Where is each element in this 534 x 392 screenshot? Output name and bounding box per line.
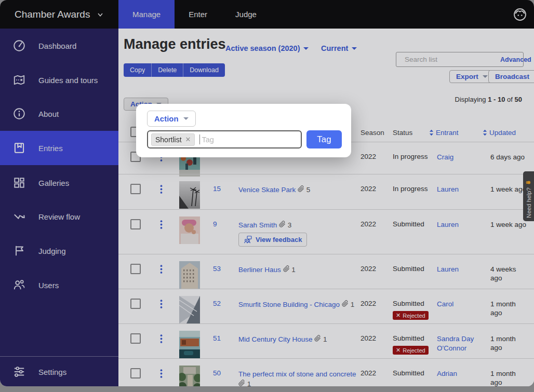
app-window: Chamber Awards Manage Enter Judge Dashbo… — [0, 0, 534, 386]
remove-chip-icon[interactable]: ✕ — [185, 136, 191, 143]
tag-placeholder: Tag — [202, 136, 213, 144]
caret-down-icon — [183, 117, 189, 120]
tag-chip-shortlist[interactable]: Shortlist ✕ — [151, 133, 195, 146]
tag-submit-button[interactable]: Tag — [306, 130, 342, 148]
modal-scrim — [0, 0, 534, 386]
tag-input[interactable]: Shortlist ✕ Tag — [147, 130, 302, 148]
tag-popup: Action Shortlist ✕ Tag Tag — [136, 104, 351, 157]
popup-action-dropdown[interactable]: Action — [147, 111, 196, 127]
text-cursor — [199, 134, 200, 144]
